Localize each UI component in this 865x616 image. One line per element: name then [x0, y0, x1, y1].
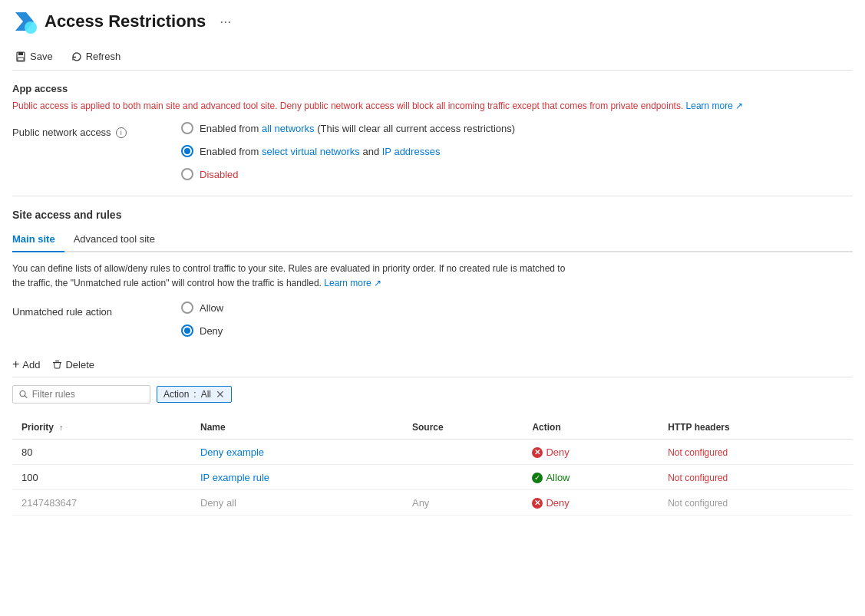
app-access-title: App access	[12, 83, 853, 94]
col-name: Name	[191, 416, 403, 440]
pna-option-select-networks[interactable]: Enabled from select virtual networks and…	[181, 145, 515, 157]
filter-bar: Action : All ✕	[12, 385, 853, 404]
app-access-learn-more[interactable]: Learn more ↗	[686, 100, 744, 111]
add-label: Add	[22, 359, 40, 371]
filter-tag-close-button[interactable]: ✕	[216, 389, 225, 400]
tab-advanced-tool-site[interactable]: Advanced tool site	[64, 229, 164, 252]
allow-icon: ✓	[532, 473, 543, 483]
unmatched-deny-label: Deny	[200, 325, 223, 337]
cell-http-headers: Not configured	[659, 490, 853, 516]
deny-icon: ✕	[532, 498, 543, 509]
svg-rect-7	[55, 361, 59, 361]
svg-rect-5	[18, 58, 24, 61]
unmatched-radio-allow	[181, 301, 193, 314]
tab-main-site[interactable]: Main site	[12, 229, 64, 252]
col-source: Source	[403, 416, 523, 440]
table-row[interactable]: 100IP example rule✓ AllowNot configured	[12, 465, 853, 490]
app-logo	[12, 9, 37, 34]
cell-name[interactable]: IP example rule	[191, 465, 403, 490]
filter-tag-action: Action : All ✕	[157, 386, 232, 403]
svg-line-9	[25, 396, 27, 398]
save-button[interactable]: Save	[12, 49, 56, 64]
pna-radio-disabled	[181, 168, 193, 180]
toolbar: Save Refresh	[12, 43, 853, 71]
cell-source: Any	[403, 490, 523, 516]
col-action: Action	[523, 416, 659, 440]
add-icon: +	[12, 358, 19, 371]
cell-priority: 80	[12, 440, 191, 465]
pna-opt1-blue: all networks	[262, 123, 315, 134]
filter-rules-input[interactable]	[32, 389, 144, 400]
col-priority: Priority ↑	[12, 416, 191, 440]
col-http-headers: HTTP headers	[659, 416, 853, 440]
deny-status: ✕ Deny	[532, 446, 569, 458]
cell-priority: 100	[12, 465, 191, 490]
site-info-text2: the traffic, the "Unmatched rule action"…	[12, 278, 324, 288]
pna-opt1-end: (This will clear all current access rest…	[315, 123, 516, 134]
site-learn-more[interactable]: Learn more ↗	[324, 278, 381, 288]
save-label: Save	[30, 51, 53, 62]
more-options-button[interactable]: ···	[220, 14, 231, 30]
not-configured-badge: Not configured	[668, 473, 728, 483]
svg-point-2	[25, 21, 37, 34]
add-button[interactable]: + Add	[12, 358, 40, 371]
table-header-row: Priority ↑ Name Source Action HTTP heade…	[12, 416, 853, 440]
unmatched-radio-deny	[181, 324, 193, 337]
refresh-button[interactable]: Refresh	[68, 49, 124, 64]
delete-label: Delete	[65, 359, 94, 371]
table-row[interactable]: 2147483647Deny allAny✕ DenyNot configure…	[12, 490, 853, 516]
cell-http-headers: Not configured	[659, 440, 853, 465]
unmatched-rule-label: Unmatched rule action	[12, 306, 135, 318]
pna-opt2-and: and	[360, 146, 382, 157]
unmatched-rule-deny[interactable]: Deny	[181, 324, 223, 337]
site-access-info: You can define lists of allow/deny rules…	[12, 262, 853, 291]
allow-status: ✓ Allow	[532, 472, 570, 483]
public-network-access-section: Public network access i Enabled from all…	[12, 122, 853, 180]
cell-name: Deny all	[191, 490, 403, 516]
pna-opt2-start: Enabled from	[200, 146, 262, 157]
site-access-title: Site access and rules	[12, 209, 853, 221]
search-icon	[19, 390, 28, 399]
unmatched-rule-options: Allow Deny	[181, 301, 223, 337]
site-tabs: Main site Advanced tool site	[12, 229, 853, 252]
pna-option-all-networks[interactable]: Enabled from all networks (This will cle…	[181, 122, 515, 134]
cell-action: ✕ Deny	[523, 490, 659, 516]
pna-options: Enabled from all networks (This will cle…	[181, 122, 515, 180]
pna-opt3-label: Disabled	[200, 169, 239, 180]
pna-opt2-vnet: select virtual networks	[262, 146, 360, 157]
refresh-icon	[71, 51, 82, 62]
filter-tag-label: Action	[163, 389, 189, 400]
pna-info-icon[interactable]: i	[116, 127, 127, 138]
delete-button[interactable]: Delete	[52, 359, 94, 371]
site-info-text1: You can define lists of allow/deny rules…	[12, 263, 565, 274]
cell-name[interactable]: Deny example	[191, 440, 403, 465]
refresh-label: Refresh	[86, 51, 121, 62]
delete-icon	[52, 360, 62, 370]
pna-option-disabled[interactable]: Disabled	[181, 168, 515, 180]
cell-priority: 2147483647	[12, 490, 191, 516]
cell-source	[403, 440, 523, 465]
pna-opt1-start: Enabled from	[200, 123, 262, 134]
rules-table: Priority ↑ Name Source Action HTTP heade…	[12, 416, 853, 516]
table-row[interactable]: 80Deny example✕ DenyNot configured	[12, 440, 853, 465]
pna-opt2-ip: IP addresses	[382, 146, 441, 157]
cell-http-headers: Not configured	[659, 465, 853, 490]
pna-radio-all	[181, 122, 193, 134]
cell-action: ✓ Allow	[523, 465, 659, 490]
pna-label: Public network access i	[12, 127, 135, 138]
cell-action: ✕ Deny	[523, 440, 659, 465]
filter-input-wrapper[interactable]	[12, 385, 150, 404]
deny-status: ✕ Deny	[532, 497, 569, 509]
deny-icon: ✕	[532, 447, 543, 458]
page-title: Access Restrictions	[45, 12, 206, 31]
app-access-section: App access Public access is applied to b…	[12, 83, 853, 113]
unmatched-allow-label: Allow	[200, 302, 223, 314]
save-icon	[15, 51, 26, 62]
unmatched-rule-section: Unmatched rule action Allow Deny	[12, 301, 853, 337]
pna-radio-select	[181, 145, 193, 157]
unmatched-rule-allow[interactable]: Allow	[181, 301, 223, 314]
filter-tag-value: All	[201, 389, 211, 400]
not-configured-badge: Not configured	[668, 447, 728, 458]
svg-rect-4	[18, 52, 23, 55]
rules-action-bar: + Add Delete	[12, 352, 853, 377]
